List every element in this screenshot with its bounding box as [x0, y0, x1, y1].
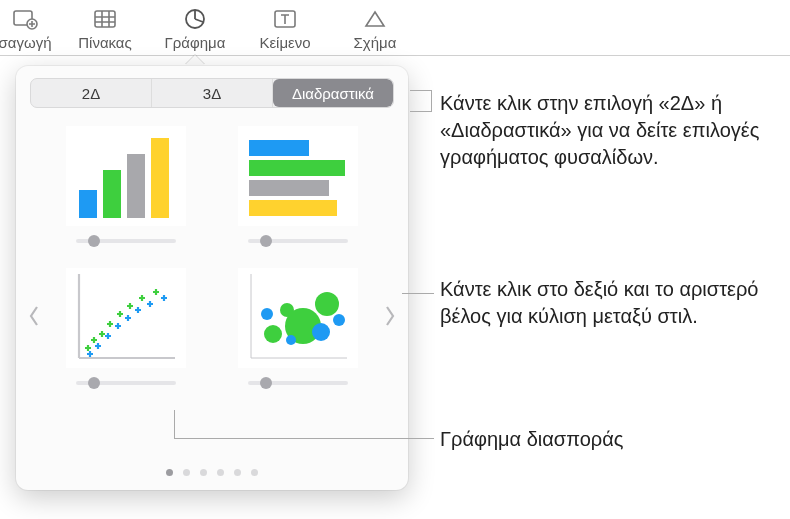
segment-interactive[interactable]: Διαδραστικά [273, 79, 393, 107]
shape-icon [360, 6, 390, 32]
insert-icon [10, 6, 40, 32]
chart-option-bar-horizontal[interactable] [226, 126, 370, 248]
toolbar: σαγωγή Πίνακας Γράφημα Κείμενο [0, 0, 790, 56]
callout-leader [174, 438, 434, 439]
svg-rect-9 [249, 140, 309, 156]
style-slider[interactable] [248, 376, 348, 390]
callout-segments: Κάντε κλικ στην επιλογή «2Δ» ή «Διαδραστ… [440, 90, 780, 171]
page-dots[interactable] [16, 469, 408, 476]
text-icon [270, 6, 300, 32]
bubble-thumb [238, 268, 358, 368]
toolbar-label: Πίνακας [78, 34, 132, 51]
svg-rect-12 [249, 200, 337, 216]
toolbar-label: Σχήμα [354, 34, 397, 51]
chart-option-bubble[interactable] [226, 268, 370, 390]
toolbar-label: Γράφημα [165, 34, 226, 51]
svg-rect-5 [79, 190, 97, 218]
style-slider[interactable] [248, 234, 348, 248]
svg-point-21 [261, 308, 273, 320]
svg-rect-8 [151, 138, 169, 218]
table-icon [90, 6, 120, 32]
svg-rect-10 [249, 160, 345, 176]
svg-point-24 [333, 314, 345, 326]
dot[interactable] [217, 469, 224, 476]
svg-point-23 [312, 323, 330, 341]
dot[interactable] [166, 469, 173, 476]
chart-popover: 2Δ 3Δ Διαδραστικά [16, 66, 408, 490]
dot[interactable] [234, 469, 241, 476]
svg-point-22 [286, 335, 296, 345]
callout-leader [402, 293, 434, 294]
svg-rect-6 [103, 170, 121, 218]
chart-option-bar-vertical[interactable] [54, 126, 198, 248]
segment-3d[interactable]: 3Δ [152, 79, 273, 107]
style-slider[interactable] [76, 376, 176, 390]
segment-2d[interactable]: 2Δ [31, 79, 152, 107]
toolbar-item-chart[interactable]: Γράφημα [150, 6, 240, 51]
callout-bracket [410, 90, 432, 112]
bar-horizontal-thumb [238, 126, 358, 226]
toolbar-item-text[interactable]: Κείμενο [240, 6, 330, 51]
callout-scatter: Γράφημα διασποράς [440, 426, 623, 453]
dot[interactable] [251, 469, 258, 476]
toolbar-label: Κείμενο [259, 34, 310, 51]
toolbar-label: σαγωγή [0, 34, 51, 51]
svg-rect-11 [249, 180, 329, 196]
callout-arrows: Κάντε κλικ στο δεξιό και το αριστερό βέλ… [440, 276, 780, 330]
toolbar-item-insert[interactable]: σαγωγή [0, 6, 60, 51]
bar-vertical-thumb [66, 126, 186, 226]
style-slider[interactable] [76, 234, 176, 248]
svg-rect-7 [127, 154, 145, 218]
svg-point-17 [264, 325, 282, 343]
dot[interactable] [183, 469, 190, 476]
dot[interactable] [200, 469, 207, 476]
toolbar-item-shape[interactable]: Σχήμα [330, 6, 420, 51]
chart-icon [180, 6, 210, 32]
chart-option-scatter[interactable] [54, 268, 198, 390]
chart-grid [30, 126, 394, 390]
toolbar-item-table[interactable]: Πίνακας [60, 6, 150, 51]
callout-leader [174, 410, 175, 438]
svg-point-20 [315, 292, 339, 316]
scatter-thumb [66, 268, 186, 368]
segmented-control: 2Δ 3Δ Διαδραστικά [30, 78, 394, 108]
svg-rect-2 [95, 11, 115, 27]
